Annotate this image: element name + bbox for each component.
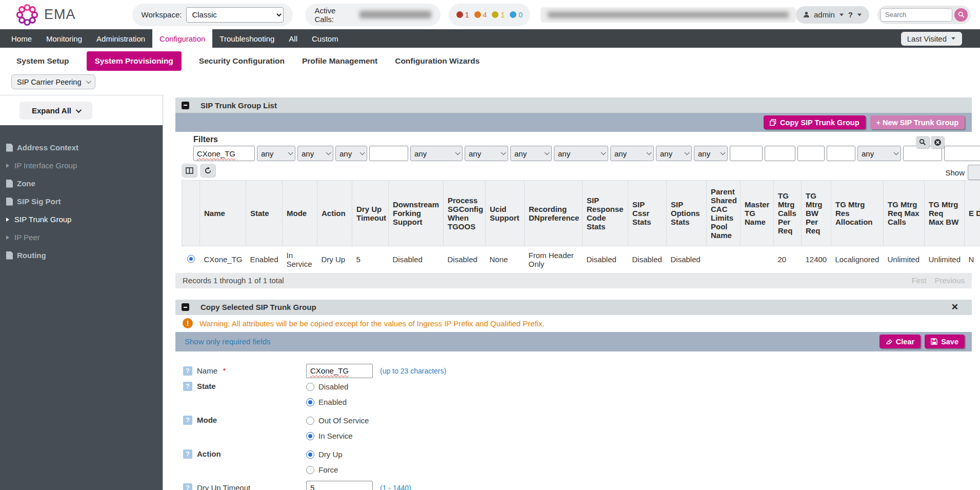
row-select-radio[interactable] [187, 255, 195, 263]
action-option-dry-up[interactable]: Dry Up [306, 447, 343, 462]
nav-item-monitoring[interactable]: Monitoring [39, 29, 89, 48]
col-tg-mtrg-res-allocation[interactable]: TG Mtrg Res Allocation [831, 181, 884, 246]
sidebar-item-sip-trunk-group[interactable]: SIP Trunk Group [0, 210, 163, 228]
filter-sip-options-select[interactable]: any [694, 146, 728, 161]
col-parent-shared-cac[interactable]: Parent Shared CAC Limits Pool Name [707, 181, 741, 246]
filter-recording-dnpreference-select[interactable]: any [554, 146, 608, 161]
filter-master-tg-input[interactable] [765, 146, 795, 161]
dry-up-timeout-input[interactable]: 5 [306, 481, 373, 490]
nav-item-custom[interactable]: Custom [305, 29, 346, 48]
nav-item-home[interactable]: Home [4, 29, 39, 48]
subnav-system-setup[interactable]: System Setup [16, 56, 69, 66]
filter-name-input[interactable]: CXone_TG [193, 146, 255, 161]
expand-all-button[interactable]: Expand All [19, 102, 92, 120]
sidebar-item-zone[interactable]: Zone [0, 174, 163, 192]
subnav-system-provisioning[interactable]: System Provisioning [87, 51, 182, 71]
filter-action-select[interactable]: any [335, 146, 367, 161]
col-downstream-forking[interactable]: Downstream Forking Support [389, 181, 444, 246]
last-visited-dropdown[interactable]: Last Visited [901, 32, 962, 46]
col-tg-mtrg-req-max-bw[interactable]: TG Mtrg Req Max BW [925, 181, 965, 246]
filter-tg-mtrg-bw-input[interactable] [827, 146, 855, 161]
help-icon[interactable]: ? [183, 416, 192, 425]
filter-parent-shared-input[interactable] [730, 146, 763, 161]
help-icon[interactable]: ? [183, 449, 192, 459]
filter-tg-mtrg-calls-input[interactable] [797, 146, 825, 161]
clear-button[interactable]: Clear [879, 335, 921, 348]
filter-downstream-forking-select[interactable]: any [410, 146, 463, 161]
help-icon[interactable]: ? [183, 366, 192, 376]
filter-mode-select[interactable]: any [297, 146, 333, 161]
search-input[interactable] [881, 8, 952, 22]
filter-tg-mtrg-res-select[interactable]: any [857, 146, 901, 161]
sidebar-item-sip-sig-port[interactable]: SIP Sig Port [0, 192, 163, 210]
copy-sip-trunk-group-button[interactable]: Copy SIP Trunk Group [764, 115, 865, 129]
nav-item-troubleshooting[interactable]: Troubleshooting [212, 29, 282, 48]
col-master-tg-name[interactable]: Master TG Name [741, 181, 774, 246]
nav-item-all[interactable]: All [282, 29, 305, 48]
col-sip-response-code-stats[interactable]: SIP Response Code Stats [583, 181, 628, 246]
col-action[interactable]: Action [317, 181, 352, 246]
col-sip-cssr-stats[interactable]: SIP Cssr Stats [628, 181, 667, 246]
user-menu[interactable]: admin ? [796, 6, 869, 24]
filter-dry-up-timeout-input[interactable] [369, 146, 408, 161]
col-name[interactable]: Name [200, 181, 246, 246]
pagination-first[interactable]: First [911, 276, 926, 285]
show-rows-select[interactable] [968, 165, 980, 180]
apply-filters-button[interactable] [916, 136, 929, 148]
collapse-icon[interactable] [182, 102, 189, 109]
col-ucid-support[interactable]: Ucid Support [486, 181, 525, 246]
pagination-previous[interactable]: Previous [935, 276, 965, 285]
col-clipped[interactable]: E D [965, 181, 980, 246]
col-state[interactable]: State [246, 181, 283, 246]
scope-select[interactable]: SIP Carrier Peering [11, 74, 95, 89]
close-icon[interactable]: ✕ [951, 303, 958, 311]
subnav-security-configuration[interactable]: Security Configuration [199, 56, 285, 66]
help-icon[interactable]: ? [183, 382, 192, 391]
col-tg-mtrg-req-max-calls[interactable]: TG Mtrg Req Max Calls [884, 181, 925, 246]
table-row[interactable]: CXone_TG Enabled In Service Dry Up 5 Dis… [182, 246, 980, 273]
search-button[interactable] [954, 8, 968, 22]
filter-process-sgconfig-select[interactable]: any [465, 146, 508, 161]
radio-unchecked[interactable] [306, 417, 314, 425]
col-recording-dnpreference[interactable]: Recording DNpreference [525, 181, 583, 246]
radio-unchecked[interactable] [306, 383, 314, 391]
subnav-configuration-wizards[interactable]: Configuration Wizards [395, 56, 479, 66]
col-tg-mtrg-bw-per-req[interactable]: TG Mtrg BW Per Req [802, 181, 831, 246]
filter-sip-cssr-select[interactable]: any [656, 146, 692, 161]
mode-option-in-service[interactable]: In Service [306, 428, 369, 444]
filter-sip-response-select[interactable]: any [610, 146, 654, 161]
state-option-disabled[interactable]: Disabled [306, 379, 348, 395]
col-sip-options-stats[interactable]: SIP Options Stats [667, 181, 707, 246]
action-option-force[interactable]: Force [306, 462, 343, 478]
new-sip-trunk-group-button[interactable]: + New SIP Trunk Group [870, 115, 965, 129]
nav-item-configuration[interactable]: Configuration [152, 29, 212, 48]
name-input[interactable]: CXone_TG [306, 364, 373, 378]
save-button[interactable]: Save [925, 335, 965, 348]
filter-state-select[interactable]: any [257, 146, 295, 161]
sidebar-item-ip-interface-group[interactable]: IP Interface Group [0, 156, 163, 174]
subnav-profile-management[interactable]: Profile Management [302, 56, 377, 66]
radio-checked[interactable] [306, 432, 314, 440]
col-process-sgconfig[interactable]: Process SGConfig When TGOOS [444, 181, 486, 246]
sidebar-item-ip-peer[interactable]: IP Peer [0, 228, 163, 246]
show-required-fields-link[interactable]: Show only required fields [185, 337, 271, 346]
col-dry-up-timeout[interactable]: Dry Up Timeout [352, 181, 389, 246]
radio-unchecked[interactable] [306, 466, 314, 474]
filter-req-max-bw-input[interactable] [944, 146, 980, 161]
nav-item-administration[interactable]: Administration [89, 29, 152, 48]
radio-checked[interactable] [306, 398, 314, 406]
collapse-icon[interactable] [182, 303, 189, 311]
clear-filters-button[interactable] [931, 136, 944, 148]
refresh-button[interactable] [200, 164, 215, 177]
filter-ucid-support-select[interactable]: any [510, 146, 552, 161]
workspace-select[interactable]: Classic [186, 7, 284, 23]
state-option-enabled[interactable]: Enabled [306, 395, 348, 410]
col-tg-mtrg-calls-per-req[interactable]: TG Mtrg Calls Per Req [774, 181, 802, 246]
sidebar-item-address-context[interactable]: Address Context [0, 139, 163, 156]
sidebar-item-routing[interactable]: Routing [0, 246, 163, 264]
col-mode[interactable]: Mode [283, 181, 317, 246]
help-icon[interactable]: ? [183, 483, 192, 490]
help-button[interactable]: ? [848, 10, 853, 19]
radio-checked[interactable] [306, 450, 314, 459]
mode-option-out-of-service[interactable]: Out Of Service [306, 413, 369, 428]
